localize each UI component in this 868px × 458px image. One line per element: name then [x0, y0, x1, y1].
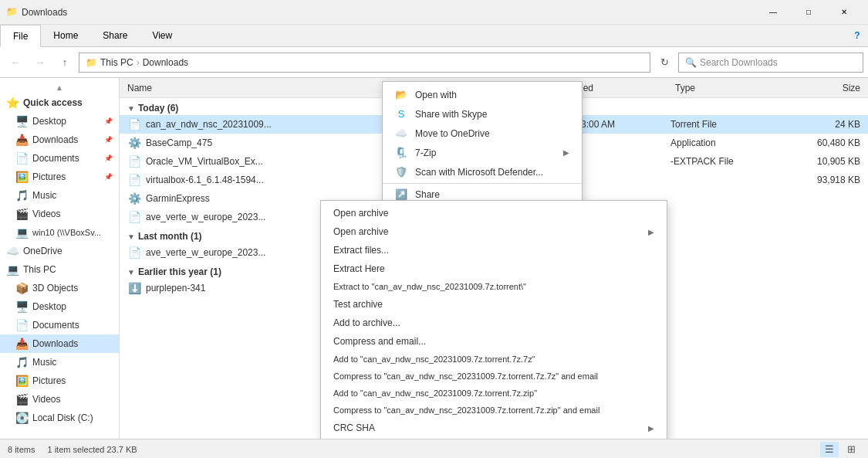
- file-icon-8: ⬇️: [127, 282, 141, 294]
- sidebar-item-localdisk[interactable]: 💽 Local Disk (C:): [0, 409, 119, 427]
- sidebar-scroll-up[interactable]: ▲: [0, 81, 119, 93]
- sidebar-item-documents-pc[interactable]: 📄 Documents: [0, 316, 119, 334]
- ctx-open-with[interactable]: 📂 Open with: [383, 85, 582, 104]
- main-layout: ▲ ⭐ Quick access 🖥️ Desktop 📌 📥 Download…: [0, 78, 868, 439]
- sidebar-item-pictures-qa[interactable]: 🖼️ Pictures 📌: [0, 168, 119, 186]
- col-header-type[interactable]: Type: [675, 83, 783, 93]
- today-chevron: ▼: [127, 104, 135, 113]
- sidebar-item-win10[interactable]: 💻 win10 (\\VBoxSv...: [0, 223, 119, 242]
- pin-icon4: 📌: [104, 173, 113, 181]
- sub-compress-7z-email[interactable]: Compress to "can_av_ndw_nsc_20231009.7z.…: [321, 368, 667, 385]
- help-button[interactable]: ?: [846, 25, 868, 46]
- sidebar-item-desktop-pc[interactable]: 🖥️ Desktop: [0, 297, 119, 316]
- status-selected-info: 1 item selected 23.7 KB: [47, 445, 137, 454]
- sub-crc-sha[interactable]: CRC SHA ▶: [321, 419, 667, 437]
- sub-compress-email[interactable]: Compress and email...: [321, 332, 667, 351]
- sub-open-archive-2[interactable]: Open archive ▶: [321, 222, 667, 241]
- address-box[interactable]: 📁 This PC › Downloads: [79, 53, 650, 73]
- search-placeholder: Search Downloads: [700, 57, 778, 68]
- pin-icon3: 📌: [104, 154, 113, 162]
- sub-add-7z[interactable]: Add to "can_av_ndw_nsc_20231009.7z.torre…: [321, 351, 667, 368]
- sidebar-label-videos-pc: Videos: [32, 394, 60, 405]
- search-box[interactable]: 🔍 Search Downloads: [678, 53, 863, 73]
- sub-extract-here[interactable]: Extract Here: [321, 260, 667, 278]
- sidebar-item-videos-qa[interactable]: 🎬 Videos: [0, 205, 119, 223]
- pictures-qa-icon: 🖼️: [15, 171, 28, 183]
- sidebar-item-videos-pc[interactable]: 🎬 Videos: [0, 390, 119, 409]
- sub-open-archive-1-label: Open archive: [333, 208, 654, 219]
- sidebar-item-quick-access[interactable]: ⭐ Quick access: [0, 93, 119, 112]
- ctx-share-label: Share: [415, 189, 569, 200]
- file-icon-6: 📄: [127, 211, 141, 223]
- sub-compress-zip-email[interactable]: Compress to "can_av_ndw_nsc_20231009.7z.…: [321, 402, 667, 419]
- sub-test-archive-label: Test archive: [333, 299, 654, 310]
- minimize-button[interactable]: —: [755, 0, 791, 25]
- sidebar-item-downloads-pc[interactable]: 📥 Downloads: [0, 334, 119, 353]
- forward-button[interactable]: →: [29, 52, 51, 73]
- window-controls: — □ ✕: [755, 0, 862, 25]
- status-bar-right: ☰ ⊞: [820, 442, 860, 457]
- ctx-share-skype[interactable]: S Share with Skype: [383, 104, 582, 124]
- close-button[interactable]: ✕: [826, 0, 862, 25]
- sub-compress-7z-email-label: Compress to "can_av_ndw_nsc_20231009.7z.…: [333, 371, 654, 381]
- sub-add-zip[interactable]: Add to "can_av_ndw_nsc_20231009.7z.torre…: [321, 385, 667, 402]
- onedrive-ctx-icon: ☁️: [395, 127, 407, 139]
- lastmonth-chevron: ▼: [127, 232, 135, 241]
- sidebar-label-localdisk: Local Disk (C:): [32, 412, 93, 423]
- file-type-3: -EXTPACK File: [670, 156, 778, 167]
- ribbon: File Home Share View ?: [0, 25, 868, 47]
- col-header-size[interactable]: Size: [783, 83, 860, 93]
- ctx-scan-defender-label: Scan with Microsoft Defender...: [415, 167, 569, 178]
- file-type-1: Torrent File: [670, 119, 778, 130]
- ctx-scan-defender[interactable]: 🛡️ Scan with Microsoft Defender...: [383, 162, 582, 182]
- sub-crc-sha-label: CRC SHA: [333, 422, 642, 433]
- sidebar-item-music-qa[interactable]: 🎵 Music: [0, 186, 119, 205]
- sidebar-item-thispc[interactable]: 💻 This PC: [0, 260, 119, 279]
- file-size-1: 24 KB: [783, 119, 860, 130]
- documents-qa-icon: 📄: [15, 152, 28, 165]
- back-button[interactable]: ←: [5, 52, 26, 73]
- sidebar-label-desktop-pc: Desktop: [32, 301, 66, 312]
- sub-add-archive[interactable]: Add to archive...: [321, 314, 667, 332]
- sidebar-item-music-pc[interactable]: 🎵 Music: [0, 353, 119, 371]
- sidebar-item-downloads-qa[interactable]: 📥 Downloads 📌: [0, 131, 119, 149]
- sidebar-item-pictures-pc[interactable]: 🖼️ Pictures: [0, 371, 119, 390]
- sidebar-item-documents-qa[interactable]: 📄 Documents 📌: [0, 149, 119, 168]
- view-details-button[interactable]: ☰: [820, 442, 839, 457]
- ctx-move-onedrive-label: Move to OneDrive: [415, 128, 569, 139]
- view-large-button[interactable]: ⊞: [842, 442, 860, 457]
- sidebar-item-onedrive[interactable]: ☁️ OneDrive: [0, 242, 119, 260]
- sub-test-archive[interactable]: Test archive: [321, 295, 667, 314]
- music-pc-icon: 🎵: [15, 356, 28, 368]
- sidebar-label-music-qa: Music: [32, 190, 56, 201]
- tab-share[interactable]: Share: [90, 25, 140, 46]
- file-icon-7: 📄: [127, 246, 141, 259]
- sidebar-label-videos-qa: Videos: [32, 209, 60, 219]
- tab-view[interactable]: View: [140, 25, 184, 46]
- sidebar-label-downloads-qa: Downloads: [32, 134, 78, 145]
- refresh-button[interactable]: ↻: [654, 52, 675, 73]
- tab-file[interactable]: File: [0, 25, 41, 47]
- address-thispc: This PC: [100, 57, 133, 68]
- sub-compress-email-label: Compress and email...: [333, 336, 654, 347]
- downloads-pc-icon: 📥: [15, 338, 28, 350]
- sub-extract-to[interactable]: Extract to "can_av_ndw_nsc_20231009.7z.t…: [321, 278, 667, 295]
- ctx-7zip[interactable]: 🗜️ 7-Zip ▶: [383, 143, 582, 162]
- status-item-count: 8 items: [8, 445, 35, 454]
- sidebar-item-desktop-qa[interactable]: 🖥️ Desktop 📌: [0, 112, 119, 131]
- sidebar-label-pictures-qa: Pictures: [32, 171, 66, 182]
- ctx-move-onedrive[interactable]: ☁️ Move to OneDrive: [383, 124, 582, 143]
- file-size-4: 93,918 KB: [783, 175, 860, 185]
- address-path: 📁 This PC › Downloads: [86, 57, 188, 68]
- sidebar-item-3dobjects[interactable]: 📦 3D Objects: [0, 279, 119, 297]
- maximize-button[interactable]: □: [791, 0, 826, 25]
- up-button[interactable]: ↑: [54, 52, 76, 73]
- section-today-label: Today (6): [138, 103, 178, 114]
- sidebar-label-onedrive: OneDrive: [23, 246, 62, 256]
- sidebar: ▲ ⭐ Quick access 🖥️ Desktop 📌 📥 Download…: [0, 78, 120, 439]
- desktop-pc-icon: 🖥️: [15, 300, 28, 313]
- sub-extract-files[interactable]: Extract files...: [321, 241, 667, 260]
- sub-open-archive-1[interactable]: Open archive: [321, 204, 667, 222]
- music-qa-icon: 🎵: [15, 189, 28, 202]
- tab-home[interactable]: Home: [41, 25, 90, 46]
